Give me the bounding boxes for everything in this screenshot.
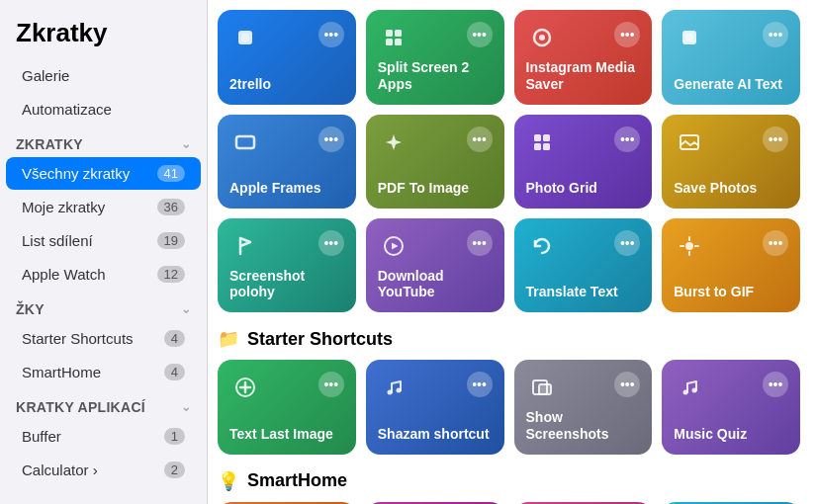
card-top: ••• xyxy=(674,230,788,262)
card-more-button[interactable]: ••• xyxy=(763,230,788,256)
sidebar-item-smarthome[interactable]: SmartHome4 xyxy=(6,356,201,388)
card-top: ••• xyxy=(674,22,788,53)
card-top: ••• xyxy=(378,126,493,158)
card-more-button[interactable]: ••• xyxy=(467,126,493,152)
svg-rect-14 xyxy=(543,143,550,150)
chevron-icon: ⌄ xyxy=(181,400,191,414)
chevron-icon: ⌄ xyxy=(181,302,191,316)
card-title: Instagram Media Saver xyxy=(526,53,641,93)
card-icon xyxy=(229,126,261,158)
card-top: ••• xyxy=(229,22,344,53)
card-top: ••• xyxy=(229,372,344,403)
svg-point-26 xyxy=(396,388,401,393)
section-title: SmartHome xyxy=(247,470,347,491)
card-top: ••• xyxy=(378,22,493,53)
starter-card-1-card[interactable]: ••• Shazam shortcut xyxy=(366,360,504,455)
card-title: Text Last Image xyxy=(229,420,344,443)
main-card-3-card[interactable]: ••• Generate AI Text xyxy=(662,10,800,105)
sidebar-badge: 12 xyxy=(157,266,185,283)
card-icon xyxy=(229,22,261,53)
main-card-9-card[interactable]: ••• Download YouTube xyxy=(366,218,504,313)
card-more-button[interactable]: ••• xyxy=(318,22,344,47)
card-more-button[interactable]: ••• xyxy=(318,372,344,397)
card-icon xyxy=(378,230,409,262)
main-card-8-card[interactable]: ••• Screenshot polohy xyxy=(218,218,356,313)
card-more-button[interactable]: ••• xyxy=(614,22,640,47)
sidebar-section-header-žky: žky⌄ xyxy=(0,292,207,321)
sidebar-badge: 4 xyxy=(164,364,185,380)
card-more-button[interactable]: ••• xyxy=(763,372,788,397)
svg-rect-1 xyxy=(241,34,249,42)
svg-rect-13 xyxy=(534,143,541,150)
card-icon xyxy=(378,22,409,53)
card-icon xyxy=(526,372,558,403)
sidebar-item-buffer[interactable]: Buffer1 xyxy=(6,420,201,453)
section-icon: 📁 xyxy=(218,328,239,350)
section-header-starter: 📁Starter Shortcuts xyxy=(218,328,800,350)
svg-rect-9 xyxy=(685,34,693,42)
svg-point-25 xyxy=(387,390,392,395)
card-more-button[interactable]: ••• xyxy=(318,126,344,152)
svg-rect-2 xyxy=(386,30,393,37)
card-title: Screenshot polohy xyxy=(229,262,344,301)
card-top: ••• xyxy=(674,372,788,403)
card-title: Generate AI Text xyxy=(674,70,788,93)
sidebar-badge: 19 xyxy=(157,232,185,249)
chevron-icon: ⌄ xyxy=(181,137,191,151)
card-top: ••• xyxy=(526,126,641,158)
svg-rect-28 xyxy=(539,384,551,394)
svg-point-17 xyxy=(685,242,693,250)
card-top: ••• xyxy=(526,230,641,262)
main-card-4-card[interactable]: ••• Apple Frames xyxy=(218,115,356,209)
main-card-6-card[interactable]: ••• Photo Grid xyxy=(514,115,653,209)
sidebar-item-calc[interactable]: Calculator ›2 xyxy=(6,454,201,486)
sidebar-item-list[interactable]: List sdílení19 xyxy=(6,224,201,257)
starter-card-0-card[interactable]: ••• Text Last Image xyxy=(218,360,356,455)
card-icon xyxy=(229,372,261,403)
card-title: PDF To Image xyxy=(378,174,493,197)
sidebar-badge: 4 xyxy=(164,330,185,347)
sidebar-item-watch[interactable]: Apple Watch12 xyxy=(6,258,201,291)
svg-rect-4 xyxy=(386,39,393,45)
sidebar-badge: 41 xyxy=(157,165,185,182)
card-more-button[interactable]: ••• xyxy=(467,372,493,397)
svg-rect-10 xyxy=(236,136,254,148)
card-more-button[interactable]: ••• xyxy=(467,230,493,256)
main-card-11-card[interactable]: ••• Burst to GIF xyxy=(662,218,800,313)
card-more-button[interactable]: ••• xyxy=(318,230,344,256)
main-card-0-card[interactable]: ••• 2trello xyxy=(218,10,356,105)
card-icon xyxy=(674,22,705,53)
section-icon: 💡 xyxy=(218,470,239,492)
card-top: ••• xyxy=(674,126,788,158)
card-icon xyxy=(378,126,409,158)
sidebar-item-galerie[interactable]: Galerie xyxy=(6,59,201,92)
card-more-button[interactable]: ••• xyxy=(467,22,493,47)
card-top: ••• xyxy=(526,372,641,403)
main-shortcuts-grid: ••• 2trello ••• Split Screen 2 Apps ••• … xyxy=(218,10,800,312)
starter-card-2-card[interactable]: ••• Show Screenshots xyxy=(514,360,653,455)
sidebar-item-automatizace[interactable]: Automatizace xyxy=(6,93,201,126)
card-more-button[interactable]: ••• xyxy=(763,22,788,47)
main-card-5-card[interactable]: ••• PDF To Image xyxy=(366,115,504,209)
card-more-button[interactable]: ••• xyxy=(614,126,640,152)
main-sections: 📁Starter Shortcuts ••• Text Last Image •… xyxy=(218,328,800,504)
main-card-2-card[interactable]: ••• Instagram Media Saver xyxy=(514,10,653,105)
sidebar-item-label: List sdílení xyxy=(22,232,93,249)
main-card-7-card[interactable]: ••• Save Photos xyxy=(662,115,800,209)
card-top: ••• xyxy=(378,372,493,403)
sidebar-item-moje[interactable]: Moje zkratky36 xyxy=(6,191,201,223)
sidebar-item-vsechny[interactable]: Všechny zkratky41 xyxy=(6,157,201,190)
card-more-button[interactable]: ••• xyxy=(763,126,788,152)
main-card-1-card[interactable]: ••• Split Screen 2 Apps xyxy=(366,10,504,105)
sidebar-item-starter[interactable]: Starter Shortcuts4 xyxy=(6,322,201,355)
starter-card-3-card[interactable]: ••• Music Quiz xyxy=(662,360,800,455)
card-more-button[interactable]: ••• xyxy=(614,372,640,397)
card-top: ••• xyxy=(229,230,344,262)
card-more-button[interactable]: ••• xyxy=(614,230,640,256)
sidebar-item-label: Všechny zkratky xyxy=(22,165,130,182)
main-card-10-card[interactable]: ••• Translate Text xyxy=(514,218,653,313)
card-title: Show Screenshots xyxy=(526,403,641,443)
card-icon xyxy=(674,230,705,262)
card-icon xyxy=(526,230,558,262)
card-title: Download YouTube xyxy=(378,262,493,301)
